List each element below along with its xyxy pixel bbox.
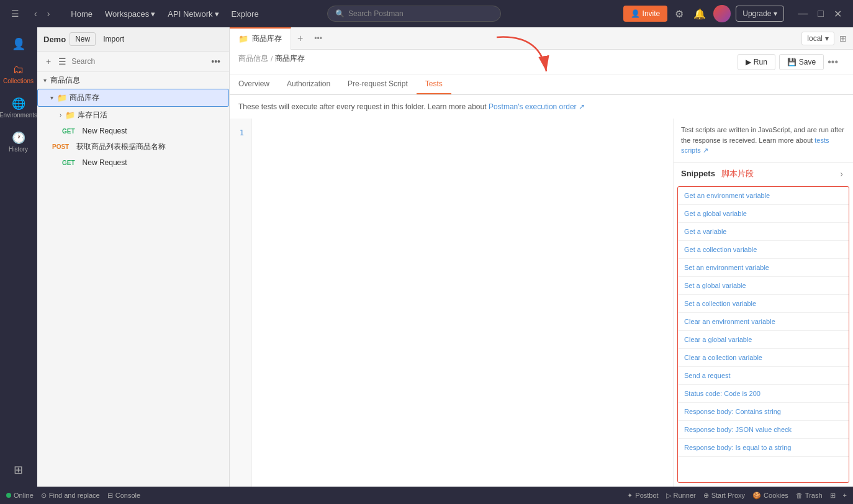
grid-button[interactable]: ⊞ [830,492,836,500]
sidebar-item-workspace[interactable]: 👤 [2,32,35,56]
invite-button[interactable]: 👤 Invite [623,6,668,22]
sidebar-item-history[interactable]: 🕐 History [2,126,35,158]
tab-overview[interactable]: Overview [230,74,278,94]
back-button[interactable]: ‹ [30,6,41,21]
api-network-link[interactable]: API Network ▾ [163,7,223,21]
snippet-item-2[interactable]: Get a variable [678,223,849,241]
sidebar-icons: 👤 🗂 Collections 🌐 Environments 🕐 History… [0,27,37,487]
grid-icon: ⊞ [830,492,836,500]
sidebar-item-mock[interactable]: ⊞ [2,458,35,482]
tree-folder-inventory-daily[interactable]: › 📁 库存日活 [37,107,229,124]
snippet-item-12[interactable]: Response body: Contains string [678,403,849,421]
snippet-item-13[interactable]: Response body: JSON value check [678,421,849,439]
sidebar-item-environments[interactable]: 🌐 Environments [2,92,35,124]
snippet-item-0[interactable]: Get an environment variable [678,187,849,205]
settings-button[interactable]: ⚙ [672,6,686,22]
new-button[interactable]: New [70,32,96,46]
upgrade-button[interactable]: Upgrade ▾ [736,6,784,22]
save-button[interactable]: 💾 Save [779,54,824,70]
minimize-button[interactable]: — [794,7,811,20]
right-panel-collapse-button[interactable]: › [837,166,846,181]
snippet-item-14[interactable]: Response body: Is equal to a string [678,439,849,457]
trash-button[interactable]: 🗑 Trash [796,492,823,499]
tab-tests[interactable]: Tests [417,74,451,94]
tree-group-product-info[interactable]: ▾ 商品信息 [37,72,229,89]
more-button[interactable]: ••• [828,56,838,68]
search-bar[interactable]: 🔍 Search Postman [327,6,501,22]
import-button[interactable]: Import [99,33,128,45]
explore-link[interactable]: Explore [227,7,264,21]
env-chevron-icon: ▾ [825,34,829,43]
filter-button[interactable]: ☰ [56,55,69,68]
sidebar-item-collections[interactable]: 🗂 Collections [2,58,35,89]
tab-more-button[interactable]: ••• [309,34,327,43]
nav-controls: ‹ › [30,6,53,21]
plus-button[interactable]: + [843,492,847,499]
tab-add-button[interactable]: + [291,27,309,50]
snippet-item-9[interactable]: Clear a collection variable [678,349,849,367]
run-button[interactable]: ▶ Run [738,54,775,70]
editor-content[interactable] [252,119,673,487]
search-placeholder: Search Postman [348,9,404,18]
add-collection-button[interactable]: + [43,55,53,68]
tree-item-get-new-request-1[interactable]: GET New Request [37,124,229,138]
code-editor[interactable]: 1 [230,119,673,487]
request-label-1: New Request [83,127,127,135]
environment-selector[interactable]: local ▾ [801,32,834,45]
console-button[interactable]: ⊟ Console [107,492,140,500]
snippet-item-7[interactable]: Clear an environment variable [678,313,849,331]
start-proxy-button[interactable]: ⊕ Start Proxy [703,492,745,500]
history-label: History [9,146,28,153]
snippet-item-8[interactable]: Clear a global variable [678,331,849,349]
snippet-item-3[interactable]: Get a collection variable [678,241,849,259]
postman-execution-order-link[interactable]: Postman's execution order ↗ [489,102,585,111]
folder-icon: 📁 [57,93,67,102]
right-panel-info: Test scripts are written in JavaScript, … [674,119,853,163]
maximize-button[interactable]: □ [814,7,828,20]
nav-links: Home Workspaces ▾ API Network ▾ Explore [66,7,263,21]
layout-button[interactable]: ⊞ [839,34,847,43]
tests-area: 1 Test scripts are written in JavaScript… [230,119,853,487]
snippet-item-1[interactable]: Get a global variable [678,205,849,223]
snippet-item-11[interactable]: Status code: Code is 200 [678,385,849,403]
plus-icon: + [843,492,847,499]
notifications-button[interactable]: 🔔 [691,6,708,22]
env-label: local [807,34,823,43]
workspaces-link[interactable]: Workspaces ▾ [100,7,160,21]
tab-authorization[interactable]: Authorization [278,74,339,94]
tab-right-actions: local ▾ ⊞ [801,32,853,45]
online-status[interactable]: Online [6,492,34,499]
snippet-item-4[interactable]: Set an environment variable [678,259,849,277]
tree-item-get-new-request-2[interactable]: GET New Request [37,155,229,170]
snippet-item-10[interactable]: Send a request [678,367,849,385]
tab-name: 商品库存 [252,34,282,44]
left-panel: Demo New Import + ☰ ••• ▾ 商品信息 ▾ 📁 商品库存 [37,27,230,487]
workspace-icon: 👤 [12,37,25,51]
avatar[interactable] [713,5,731,22]
tree-item-post-request[interactable]: POST 获取商品列表根据商品名称 [37,138,229,155]
snippet-item-6[interactable]: Set a collection variable [678,295,849,313]
home-link[interactable]: Home [66,7,97,21]
collection-search-input[interactable] [71,57,206,66]
tab-pre-request[interactable]: Pre-request Script [339,74,417,94]
titlebar-left: ☰ ‹ › Home Workspaces ▾ API Network ▾ Ex… [7,6,264,21]
forward-button[interactable]: › [43,6,54,21]
online-dot [6,493,11,498]
cookies-button[interactable]: 🍪 Cookies [752,492,788,500]
active-tab[interactable]: 📁 商品库存 [230,27,291,50]
postbot-button[interactable]: ✦ Postbot [627,492,658,500]
folder-expand-icon: ▾ [50,94,53,101]
method-get-tag-1: GET [60,127,78,135]
runner-button[interactable]: ▷ Runner [666,492,696,500]
console-icon: ⊟ [107,492,113,500]
collection-more-button[interactable]: ••• [209,55,223,68]
breadcrumb-parent[interactable]: 商品信息 [238,53,268,64]
snippets-header: Snippets 脚本片段 › [674,163,853,182]
tree-folder-product-inventory[interactable]: ▾ 📁 商品库存 [37,89,229,107]
close-button[interactable]: ✕ [830,7,846,21]
snippet-item-5[interactable]: Set a global variable [678,277,849,295]
history-icon: 🕐 [12,131,25,145]
menu-button[interactable]: ☰ [7,6,23,21]
find-replace-button[interactable]: ⊙ Find and replace [41,492,100,500]
titlebar: ☰ ‹ › Home Workspaces ▾ API Network ▾ Ex… [0,0,853,27]
